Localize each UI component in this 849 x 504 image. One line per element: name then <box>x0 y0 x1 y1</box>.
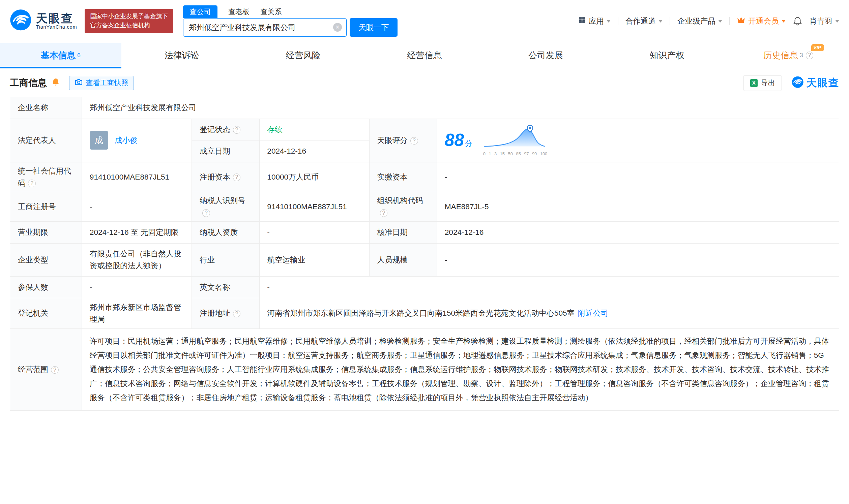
field-label: 工商注册号 <box>10 192 82 222</box>
nav-open-vip[interactable]: 开通会员 <box>737 16 785 26</box>
field-label: 登记状态 <box>192 119 259 141</box>
tianyancha-watermark-icon <box>792 76 804 90</box>
tianyancha-company-page: 天眼查 TianYanCha.com 国家中小企业发展子基金旗下 官方备案企业征… <box>0 0 849 411</box>
camera-icon <box>75 79 83 87</box>
reg-authority-value: 郑州市郑东新区市场监督管理局 <box>82 298 192 328</box>
tianyan-score-value: 88分 <box>437 119 839 162</box>
field-label: 核准日期 <box>369 222 437 244</box>
vip-crown-icon <box>737 16 745 26</box>
apps-grid-icon <box>578 16 586 26</box>
table-row-credit-code: 统一社会信用代码 91410100MAE887JL51 注册资本 10000万人… <box>10 162 839 192</box>
certification-badge-line2: 官方备案企业征信机构 <box>90 21 168 30</box>
chevron-down-icon <box>607 20 611 24</box>
search-button[interactable]: 天眼一下 <box>350 18 398 37</box>
org-code-value: MAE887JL-5 <box>437 192 839 222</box>
watermark-text: 天眼查 <box>807 76 839 90</box>
staff-size-value: - <box>437 244 839 276</box>
snapshot-button[interactable]: 查看工商快照 <box>69 76 134 90</box>
table-row-reg-authority: 登记机关 郑州市郑东新区市场监督管理局 注册地址 河南省郑州市郑东新区圃田泽路与… <box>10 298 839 328</box>
certification-badge: 国家中小企业发展子基金旗下 官方备案企业征信机构 <box>85 9 173 33</box>
username: 肖青羽 <box>810 16 832 26</box>
business-info-section-bar: 工商信息 查看工商快照 导出 天眼查 <box>0 68 849 97</box>
reg-capital-value: 10000万人民币 <box>259 162 369 192</box>
field-label: 参保人数 <box>10 276 82 298</box>
brand-domain: TianYanCha.com <box>36 24 77 30</box>
field-label: 成立日期 <box>192 141 259 162</box>
help-icon[interactable] <box>233 310 241 318</box>
legal-rep-link[interactable]: 成小俊 <box>115 134 138 147</box>
field-label: 行业 <box>192 244 259 276</box>
field-label: 纳税人资质 <box>192 222 259 244</box>
field-label: 注册地址 <box>192 298 259 328</box>
chevron-down-icon <box>718 20 722 24</box>
user-menu[interactable]: 肖青羽 <box>810 16 839 26</box>
table-row-business-scope: 经营范围 许可项目：民用机场运营；通用航空服务；民用航空器维修；民用航空维修人员… <box>10 328 839 410</box>
tab-company-development[interactable]: 公司发展 <box>485 43 607 68</box>
industry-value: 航空运输业 <box>259 244 369 276</box>
search-tab-relation[interactable]: 查关系 <box>260 5 281 18</box>
tab-business-info[interactable]: 经营信息 <box>364 43 485 68</box>
company-type-value: 有限责任公司（非自然人投资或控股的法人独资） <box>82 244 192 276</box>
credit-code-value: 91410100MAE887JL51 <box>82 162 192 192</box>
english-name-value: - <box>259 276 839 298</box>
header: 天眼查 TianYanCha.com 国家中小企业发展子基金旗下 官方备案企业征… <box>0 0 849 40</box>
tianyancha-logo-icon <box>10 9 32 33</box>
business-term-value: 2024-12-16 至 无固定期限 <box>82 222 192 244</box>
score-number: 88分 <box>445 131 472 149</box>
nav-enterprise-products[interactable]: 企业级产品 <box>677 16 722 26</box>
tianyancha-logo[interactable]: 天眼查 TianYanCha.com <box>10 9 77 33</box>
section-title: 工商信息 <box>10 77 47 89</box>
registration-status-value: 存续 <box>259 119 369 141</box>
help-icon[interactable] <box>233 174 241 181</box>
search-tab-company[interactable]: 查公司 <box>183 5 218 18</box>
search-box <box>183 18 347 37</box>
search-tab-boss[interactable]: 查老板 <box>228 5 249 18</box>
approval-date-value: 2024-12-16 <box>437 222 839 244</box>
nav-cooperation-channel[interactable]: 合作通道 <box>625 16 663 26</box>
establish-date-value: 2024-12-16 <box>259 141 369 162</box>
export-button[interactable]: 导出 <box>743 75 782 91</box>
clear-search-icon[interactable] <box>333 23 342 32</box>
legal-rep-avatar[interactable]: 成 <box>90 131 108 149</box>
notification-bell-icon[interactable] <box>793 16 802 26</box>
company-name-value: 郑州低空产业科技发展有限公司 <box>82 97 839 119</box>
field-label: 经营范围 <box>10 328 82 410</box>
nav-apps[interactable]: 应用 <box>578 16 611 26</box>
field-label: 天眼评分 <box>369 119 437 162</box>
divider <box>618 17 618 25</box>
excel-icon <box>750 79 758 87</box>
nearby-companies-link[interactable]: 附近公司 <box>578 309 608 317</box>
search-area: 查公司 查老板 查关系 天眼一下 <box>183 5 398 37</box>
business-info-table: 企业名称 郑州低空产业科技发展有限公司 法定代表人 成 成小俊 登记状态 存续 … <box>10 97 839 411</box>
tab-business-risk[interactable]: 经营风险 <box>242 43 364 68</box>
help-icon[interactable] <box>233 126 241 134</box>
help-icon[interactable] <box>806 52 814 59</box>
tab-intellectual-property[interactable]: 知识产权 <box>606 43 728 68</box>
tab-legal-proceedings[interactable]: 法律诉讼 <box>121 43 243 68</box>
field-label: 法定代表人 <box>10 119 82 162</box>
field-label: 英文名称 <box>192 276 259 298</box>
taxpayer-quality-value: - <box>259 222 369 244</box>
field-label: 登记机关 <box>10 298 82 328</box>
table-row-legal-rep: 法定代表人 成 成小俊 登记状态 存续 天眼评分 88分 <box>10 119 839 141</box>
score-axis: 0131550859799100 <box>483 151 548 157</box>
chevron-down-icon <box>658 20 662 24</box>
help-icon[interactable] <box>380 209 388 217</box>
vip-badge: VIP <box>811 44 824 51</box>
divider <box>670 17 670 25</box>
certification-badge-line1: 国家中小企业发展子基金旗下 <box>90 12 168 21</box>
search-input[interactable] <box>188 22 333 32</box>
field-label: 纳税人识别号 <box>192 192 259 222</box>
tab-count: 3 <box>800 52 803 59</box>
monitor-bell-icon[interactable] <box>52 78 60 88</box>
help-icon[interactable] <box>51 366 59 374</box>
help-icon[interactable] <box>28 180 36 187</box>
help-icon[interactable] <box>410 137 418 145</box>
tab-basic-info[interactable]: 基本信息6 <box>0 43 121 68</box>
help-icon[interactable] <box>202 209 210 217</box>
table-row-business-term: 营业期限 2024-12-16 至 无固定期限 纳税人资质 - 核准日期 202… <box>10 222 839 244</box>
field-label: 组织机构代码 <box>369 192 437 222</box>
field-label: 企业名称 <box>10 97 82 119</box>
business-scope-value: 许可项目：民用机场运营；通用航空服务；民用航空器维修；民用航空维修人员培训；检验… <box>82 328 839 410</box>
tab-history-info[interactable]: VIP 历史信息3 <box>728 43 849 68</box>
